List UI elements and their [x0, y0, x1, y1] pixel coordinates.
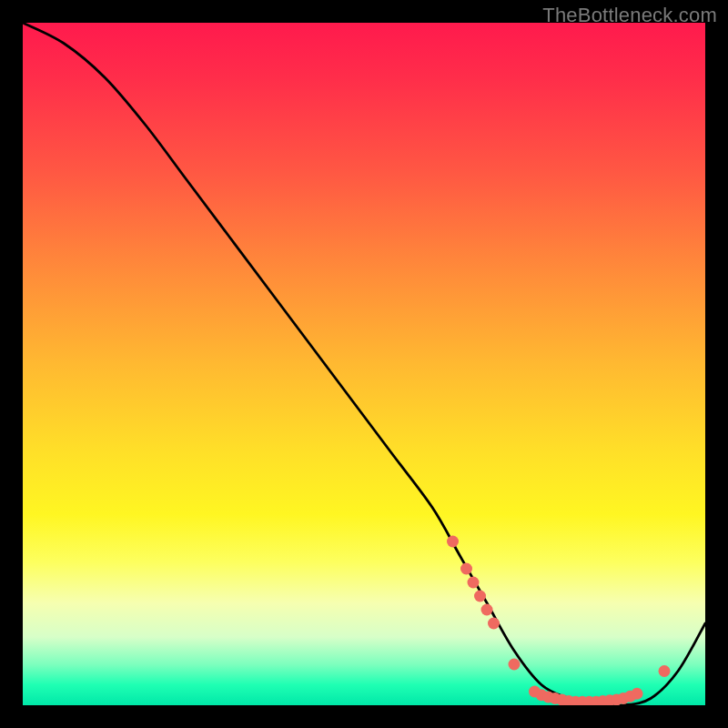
highlight-point: [460, 563, 472, 575]
bottleneck-curve: [23, 23, 705, 705]
highlight-point: [481, 604, 493, 616]
curve-layer: [23, 23, 705, 705]
highlight-point: [474, 591, 486, 602]
highlight-points: [447, 536, 671, 706]
highlight-point: [447, 536, 459, 548]
plot-area: [23, 23, 705, 705]
chart-stage: TheBottleneck.com: [0, 0, 728, 728]
highlight-point: [659, 665, 671, 677]
highlight-point: [509, 659, 521, 671]
highlight-point: [632, 688, 643, 700]
highlight-point: [468, 577, 480, 589]
highlight-point: [488, 618, 500, 630]
